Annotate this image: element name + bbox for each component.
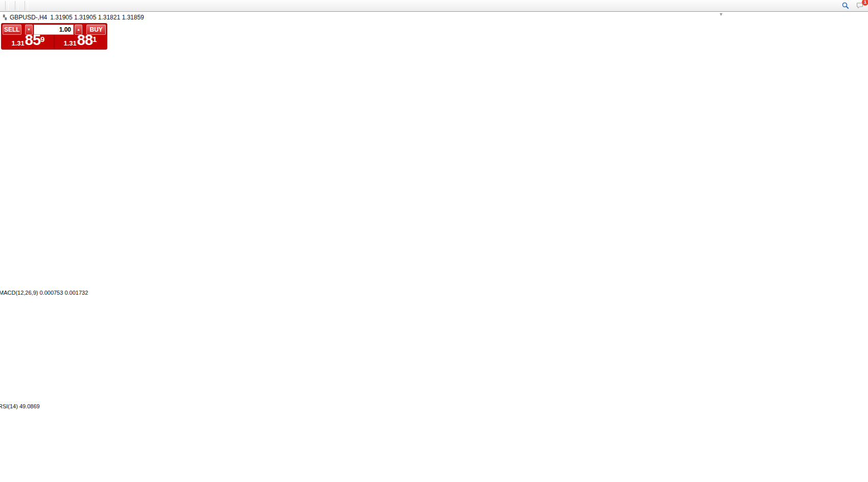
sell-button[interactable]: SELL [3, 25, 21, 35]
rsi-label: RSI(14) 49.0869 [0, 403, 40, 409]
bid-price-display[interactable]: 1.31 85 9 [3, 35, 54, 49]
bid-big-digits: 85 [25, 33, 40, 48]
one-click-trading-panel: SELL ▼ ▲ BUY 1.31 85 9 1.31 88 1 [1, 23, 107, 50]
bid-prefix: 1.31 [12, 40, 25, 48]
bid-pip-digit: 9 [40, 35, 44, 43]
symbol-period-label: GBPUSD-,H4 [10, 14, 47, 21]
macd-label: MACD(12,26,9) 0.000753 0.001732 [0, 290, 88, 296]
ask-price-display[interactable]: 1.31 88 1 [55, 35, 106, 49]
chart-canvas[interactable] [0, 0, 868, 482]
chart-title: ▚ GBPUSD-,H4 1.31905 1.31905 1.31821 1.3… [3, 14, 144, 21]
ohlc-values: 1.31905 1.31905 1.31821 1.31859 [50, 14, 144, 21]
ask-pip-digit: 1 [93, 35, 97, 43]
mt4-window: 1 ▚ GBPUSD-,H4 1.31905 1.31905 1.31821 1… [0, 0, 868, 482]
chart-shift-marker[interactable]: ▼ [719, 12, 723, 17]
ask-big-digits: 88 [77, 33, 93, 48]
chart-symbol-icon: ▚ [3, 15, 7, 20]
ask-prefix: 1.31 [64, 40, 77, 48]
